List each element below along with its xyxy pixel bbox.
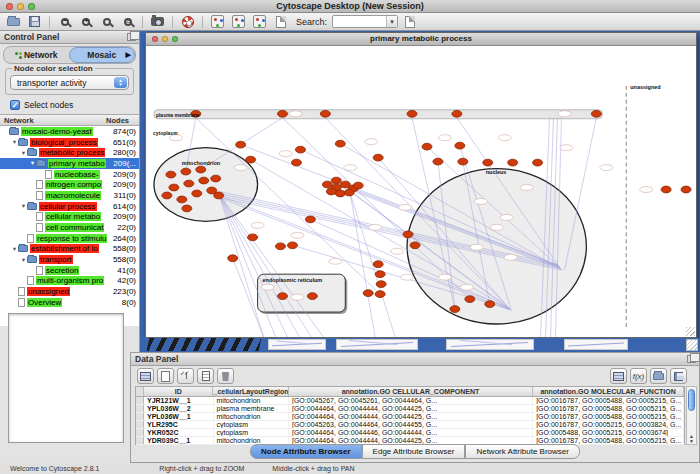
table-cell[interactable]: [GO:0044464, GO:0044444, GO:0044425, G..… [289,413,533,420]
table-cell[interactable]: mitochondrion [214,397,289,404]
expand-triangle-icon[interactable]: ▼ [20,257,27,263]
tree-header-network[interactable]: Network [4,116,34,124]
combo-stepper-icon[interactable]: ▲▼ [114,77,127,88]
table-cell[interactable]: [GO:0044464, GO:0044444, GO:0044425, G..… [289,437,533,444]
background-window-grip[interactable] [686,339,698,351]
table-cell[interactable]: [GO:0045263, GO:0044464, GO:0044455, G..… [289,421,533,428]
table-cell[interactable]: YKR052C [144,429,214,436]
float-panel-icon[interactable] [127,33,136,41]
zoom-selected-button[interactable] [97,14,116,29]
select-attributes-button[interactable] [137,368,154,384]
plasma-membrane-region[interactable] [154,110,602,119]
tree-row[interactable]: nucleobase-209(0) [0,169,139,180]
graph-node[interactable] [508,159,518,166]
unselect-all-attributes-button[interactable] [197,368,214,384]
column-header[interactable]: _cellularLayoutRegion [213,387,288,396]
tree-row[interactable]: unassigned223(0) [0,286,139,297]
attribute-table-header[interactable]: ID_cellularLayoutRegionannotation.GO CEL… [136,387,684,397]
graph-node[interactable] [177,196,187,203]
column-header[interactable]: annotation.GO CELLULAR_COMPONENT [289,387,533,396]
table-cell[interactable]: [GO:0005488, GO:0005215, GO:0003674] [533,429,684,436]
tree-row[interactable]: Overview8(0) [0,297,139,308]
row-selector[interactable] [136,429,144,436]
row-selector[interactable] [136,397,144,404]
export-image-button[interactable] [148,14,167,29]
table-row[interactable]: YKR052Ccytoplasm[GO:0044464, GO:0044446,… [136,429,684,437]
graph-node[interactable] [422,143,432,150]
graph-edge[interactable] [219,193,324,336]
row-selector[interactable] [136,421,144,428]
graph-node[interactable] [248,234,258,241]
graph-node[interactable] [305,216,315,223]
graph-edge[interactable] [350,193,375,336]
tree-row[interactable]: multi-organism pro42(0) [0,276,139,287]
select-nodes-checkbox[interactable]: ✓ [10,100,20,110]
graph-node[interactable] [320,110,330,117]
graph-node[interactable] [184,180,194,187]
graph-node[interactable] [278,110,288,117]
graph-node[interactable] [681,186,691,193]
graph-node[interactable] [331,177,341,184]
tab-node-attribute-browser[interactable]: Node Attribute Browser [250,444,362,459]
row-selector[interactable] [136,405,144,412]
tree-row[interactable]: secretion41(0) [0,265,139,276]
annotations-button[interactable] [271,14,290,29]
graph-node[interactable] [373,154,383,161]
graph-node[interactable] [236,141,246,148]
table-row[interactable]: YJR121W__1mitochondrion[GO:0045267, GO:0… [136,397,684,405]
tree-row[interactable]: ▼primary metabo209(... [0,158,139,169]
tree-row[interactable]: mosaic-demo-yeast874(0) [0,126,139,137]
graph-node[interactable] [162,192,172,199]
graph-node[interactable] [458,158,468,165]
background-window-fragment[interactable] [147,338,262,351]
table-cell[interactable]: mitochondrion [214,437,289,444]
table-cell[interactable]: [GO:0016787, GO:0005488, GO:0005215, G..… [533,413,684,420]
column-header[interactable]: annotation.GO MOLECULAR_FUNCTION [533,387,684,396]
graph-node[interactable] [228,255,238,262]
graph-node[interactable] [455,142,465,149]
graph-node[interactable] [291,159,301,166]
row-selector[interactable] [136,437,144,444]
graph-node[interactable] [295,146,305,153]
network-view-frame[interactable]: primary metabolic process plasma membran… [145,32,697,338]
row-selector[interactable] [136,413,144,420]
search-input[interactable]: ▾ [332,15,398,28]
graph-node[interactable] [192,190,202,197]
open-file-button[interactable] [4,14,23,29]
function-builder-button[interactable]: f(x) [630,368,647,384]
select-all-attributes-button[interactable] [177,368,194,384]
tree-row[interactable]: ▼biological_process651(0) [0,137,139,148]
graph-node[interactable] [211,175,221,182]
delete-attribute-button[interactable] [217,368,234,384]
table-cell[interactable]: YJR121W__1 [144,397,214,404]
tree-row[interactable]: cellular metabo209(0) [0,212,139,223]
graph-node[interactable] [246,156,256,163]
table-cell[interactable]: mitochondrion [214,413,289,420]
app-titlebar[interactable]: Cytoscape Desktop (New Session) [0,0,700,13]
graph-node[interactable] [591,110,601,117]
table-cell[interactable]: cytoplasm [214,429,289,436]
attribute-batch-button[interactable] [610,368,627,384]
search-options-button[interactable] [400,14,419,29]
table-cell[interactable]: YDR039C__1 [144,437,214,444]
new-attribute-button[interactable] [157,368,174,384]
column-header[interactable]: ID [144,387,213,396]
export-attributes-button[interactable] [670,368,687,384]
tree-row[interactable]: ▼metabolic process280(0) [0,147,139,158]
zoom-fit-button[interactable]: ▭ [118,14,137,29]
graph-node[interactable] [326,188,336,195]
table-cell[interactable]: [GO:0044464, GO:0044444, GO:0044425, G..… [289,405,533,412]
graph-node[interactable] [335,190,345,197]
tree-row[interactable]: ▼cellular process614(0) [0,201,139,212]
background-window-fragment[interactable] [564,339,628,350]
table-scrollbar[interactable]: ▲▼ [686,386,697,445]
table-cell[interactable]: YPL036W__2 [144,405,214,412]
vizmapper-button[interactable] [208,14,227,29]
tree-row[interactable]: macromolecule311(0) [0,190,139,201]
graph-node[interactable] [307,293,317,300]
graph-node[interactable] [373,261,383,268]
import-attributes-button[interactable] [650,368,667,384]
node-color-selection-combo[interactable]: transporter activity ▲▼ [10,75,129,90]
graph-node[interactable] [376,281,386,288]
save-session-button[interactable] [25,14,44,29]
